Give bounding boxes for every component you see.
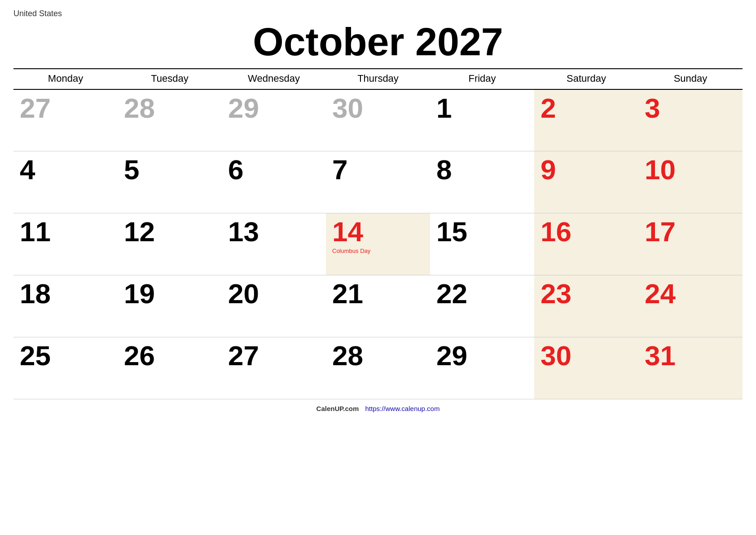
day-number: 15 — [436, 218, 528, 246]
calendar-cell: 5 — [118, 151, 222, 213]
day-number: 4 — [20, 156, 111, 184]
day-number: 6 — [228, 156, 320, 184]
footer-site-url: https://www.calenup.com — [365, 405, 440, 412]
calendar-cell: 27 — [13, 89, 118, 151]
day-number: 13 — [228, 218, 320, 246]
day-number: 21 — [332, 280, 424, 308]
calendar-cell: 28 — [326, 337, 430, 399]
calendar-table: MondayTuesdayWednesdayThursdayFridaySatu… — [13, 68, 743, 400]
calendar-cell: 21 — [326, 275, 430, 337]
calendar-cell: 22 — [430, 275, 534, 337]
calendar-cell: 12 — [118, 213, 222, 275]
calendar-week-2: 45678910 — [13, 151, 743, 213]
day-number: 25 — [20, 342, 111, 370]
day-number: 16 — [541, 218, 632, 246]
calendar-cell: 1 — [430, 89, 534, 151]
calendar-cell: 8 — [430, 151, 534, 213]
day-number: 18 — [20, 280, 111, 308]
day-number: 27 — [20, 94, 111, 122]
holiday-label: Columbus Day — [332, 248, 424, 254]
day-number: 31 — [645, 342, 736, 370]
month-title: October 2027 — [13, 20, 743, 64]
day-number: 27 — [228, 342, 320, 370]
calendar-cell: 7 — [326, 151, 430, 213]
day-number: 29 — [436, 342, 528, 370]
day-number: 28 — [332, 342, 424, 370]
calendar-cell: 2 — [534, 89, 638, 151]
calendar-week-1: 27282930123 — [13, 89, 743, 151]
calendar-cell: 14Columbus Day — [326, 213, 430, 275]
page-wrapper: United States October 2027 MondayTuesday… — [13, 9, 743, 412]
calendar-cell: 4 — [13, 151, 118, 213]
calendar-week-5: 25262728293031 — [13, 337, 743, 399]
day-number: 5 — [124, 156, 215, 184]
calendar-cell: 28 — [118, 89, 222, 151]
calendar-cell: 26 — [118, 337, 222, 399]
calendar-cell: 16 — [534, 213, 638, 275]
calendar-cell: 10 — [638, 151, 743, 213]
day-number: 23 — [541, 280, 632, 308]
weekday-header-saturday: Saturday — [534, 69, 638, 89]
calendar-cell: 11 — [13, 213, 118, 275]
weekday-header-wednesday: Wednesday — [222, 69, 326, 89]
day-number: 9 — [541, 156, 632, 184]
day-number: 22 — [436, 280, 528, 308]
calendar-cell: 23 — [534, 275, 638, 337]
day-number: 12 — [124, 218, 215, 246]
day-number: 1 — [436, 94, 528, 122]
weekday-header-tuesday: Tuesday — [118, 69, 222, 89]
calendar-cell: 24 — [638, 275, 743, 337]
day-number: 20 — [228, 280, 320, 308]
day-number: 2 — [541, 94, 632, 122]
day-number: 11 — [20, 218, 111, 246]
calendar-cell: 13 — [222, 213, 326, 275]
day-number: 14 — [332, 218, 424, 246]
calendar-cell: 30 — [534, 337, 638, 399]
calendar-week-3: 11121314Columbus Day151617 — [13, 213, 743, 275]
weekday-header-thursday: Thursday — [326, 69, 430, 89]
day-number: 19 — [124, 280, 215, 308]
weekday-header-sunday: Sunday — [638, 69, 743, 89]
day-number: 10 — [645, 156, 736, 184]
calendar-cell: 18 — [13, 275, 118, 337]
day-number: 30 — [541, 342, 632, 370]
day-number: 28 — [124, 94, 215, 122]
day-number: 7 — [332, 156, 424, 184]
day-number: 24 — [645, 280, 736, 308]
weekday-header-row: MondayTuesdayWednesdayThursdayFridaySatu… — [13, 69, 743, 89]
day-number: 3 — [645, 94, 736, 122]
calendar-cell: 20 — [222, 275, 326, 337]
footer: CalenUP.com https://www.calenup.com — [13, 405, 743, 412]
calendar-cell: 25 — [13, 337, 118, 399]
calendar-cell: 19 — [118, 275, 222, 337]
calendar-cell: 29 — [222, 89, 326, 151]
day-number: 30 — [332, 94, 424, 122]
day-number: 17 — [645, 218, 736, 246]
calendar-cell: 31 — [638, 337, 743, 399]
day-number: 29 — [228, 94, 320, 122]
calendar-week-4: 18192021222324 — [13, 275, 743, 337]
calendar-cell: 9 — [534, 151, 638, 213]
calendar-cell: 3 — [638, 89, 743, 151]
calendar-cell: 30 — [326, 89, 430, 151]
weekday-header-monday: Monday — [13, 69, 118, 89]
country-label: United States — [13, 9, 743, 18]
day-number: 26 — [124, 342, 215, 370]
calendar-cell: 29 — [430, 337, 534, 399]
calendar-cell: 6 — [222, 151, 326, 213]
day-number: 8 — [436, 156, 528, 184]
calendar-cell: 17 — [638, 213, 743, 275]
calendar-cell: 15 — [430, 213, 534, 275]
calendar-cell: 27 — [222, 337, 326, 399]
footer-site-name: CalenUP.com — [316, 405, 359, 412]
weekday-header-friday: Friday — [430, 69, 534, 89]
